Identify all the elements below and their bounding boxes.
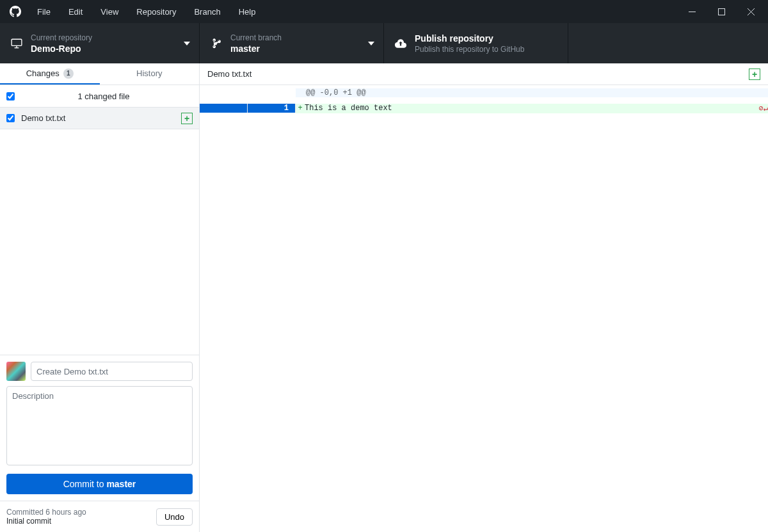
current-repository-name: Demo-Repo <box>31 43 184 54</box>
tab-history[interactable]: History <box>100 63 200 85</box>
tab-changes[interactable]: Changes 1 <box>0 63 100 85</box>
diff-filename: Demo txt.txt <box>207 69 749 79</box>
diff-panel: Demo txt.txt + @@ -0,0 +1 @@ 1 + This is… <box>200 63 768 532</box>
menu-edit[interactable]: Edit <box>60 0 92 23</box>
changed-files-list: Demo txt.txt + <box>0 108 199 355</box>
menu-repository[interactable]: Repository <box>127 0 185 23</box>
last-commit-message: Initial commit <box>6 517 156 526</box>
publish-repository-button[interactable]: Publish repository Publish this reposito… <box>384 23 568 63</box>
cloud-upload-icon <box>393 38 408 49</box>
diff-op-marker: + <box>296 104 305 113</box>
diff-view: @@ -0,0 +1 @@ 1 + This is a demo text ⊘↵ <box>200 85 768 116</box>
tab-changes-label: Changes <box>26 69 60 78</box>
file-added-icon: + <box>181 113 193 124</box>
commit-button[interactable]: Commit to master <box>6 474 193 494</box>
menu-view[interactable]: View <box>92 0 127 23</box>
commit-description-input[interactable] <box>6 386 193 465</box>
changed-file-row[interactable]: Demo txt.txt + <box>0 108 199 129</box>
diff-line-text: This is a demo text <box>305 104 758 113</box>
git-branch-icon <box>209 38 224 49</box>
publish-repository-title: Publish repository <box>415 33 559 44</box>
sidebar-tabs: Changes 1 History <box>0 63 199 85</box>
diff-old-line-number <box>200 104 248 113</box>
changed-files-count-label: 1 changed file <box>15 92 193 101</box>
window-close-button[interactable] <box>736 0 765 23</box>
user-avatar <box>6 362 26 381</box>
diff-hunk-header-row: @@ -0,0 +1 @@ <box>200 85 768 101</box>
last-commit-bar: Committed 6 hours ago Initial commit Und… <box>0 501 199 532</box>
diff-new-line-number: 1 <box>248 104 296 113</box>
current-branch-dropdown[interactable]: Current branch master <box>200 23 384 63</box>
last-commit-time: Committed 6 hours ago <box>6 508 156 517</box>
current-branch-label: Current branch <box>230 33 368 43</box>
menu-file[interactable]: File <box>28 0 60 23</box>
svg-rect-4 <box>12 39 22 45</box>
github-logo-icon <box>3 6 28 17</box>
current-branch-name: master <box>230 43 368 54</box>
undo-commit-button[interactable]: Undo <box>156 508 193 526</box>
toolbar: Current repository Demo-Repo Current bra… <box>0 23 768 63</box>
publish-repository-subtitle: Publish this repository to GitHub <box>415 44 559 54</box>
current-repository-label: Current repository <box>31 33 184 43</box>
chevron-down-icon <box>368 42 374 45</box>
monitor-icon <box>9 38 24 49</box>
changed-file-name: Demo txt.txt <box>21 113 181 123</box>
commit-summary-input[interactable] <box>31 362 193 381</box>
diff-file-header: Demo txt.txt + <box>200 63 768 85</box>
svg-rect-1 <box>718 8 724 15</box>
select-all-checkbox[interactable] <box>6 92 15 101</box>
diff-added-line-row[interactable]: 1 + This is a demo text ⊘↵ <box>200 101 768 116</box>
commit-button-prefix: Commit to <box>63 479 107 489</box>
menu-branch[interactable]: Branch <box>185 0 229 23</box>
menu-help[interactable]: Help <box>230 0 265 23</box>
sidebar: Changes 1 History 1 changed file Demo tx… <box>0 63 200 532</box>
changes-count-badge: 1 <box>63 69 74 79</box>
current-repository-dropdown[interactable]: Current repository Demo-Repo <box>0 23 200 63</box>
file-include-checkbox[interactable] <box>6 114 15 122</box>
diff-hunk-header-text: @@ -0,0 +1 @@ <box>306 88 768 97</box>
commit-form: Commit to master <box>0 355 199 501</box>
window-maximize-button[interactable] <box>707 0 736 23</box>
chevron-down-icon <box>184 42 190 45</box>
commit-button-branch: master <box>106 479 136 489</box>
window-minimize-button[interactable] <box>677 0 707 23</box>
no-newline-icon: ⊘↵ <box>759 104 768 113</box>
menubar: File Edit View Repository Branch Help <box>0 0 768 23</box>
files-header: 1 changed file <box>0 85 199 108</box>
expand-diff-icon[interactable]: + <box>749 69 760 80</box>
tab-history-label: History <box>136 69 162 78</box>
